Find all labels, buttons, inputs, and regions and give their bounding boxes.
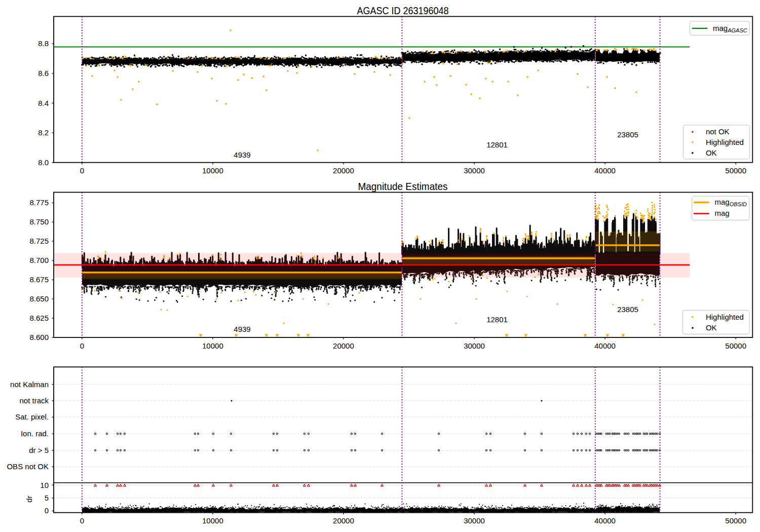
svg-text:OBS not OK: OBS not OK [7, 462, 49, 471]
svg-text:30000: 30000 [464, 341, 485, 350]
svg-text:Highlighted: Highlighted [706, 138, 744, 146]
svg-text:12801: 12801 [486, 315, 508, 324]
svg-text:23805: 23805 [617, 305, 638, 314]
svg-text:0: 0 [80, 341, 84, 350]
svg-text:8.2: 8.2 [38, 128, 49, 137]
svg-text:not OK: not OK [706, 127, 730, 136]
svg-text:OK: OK [706, 148, 717, 157]
svg-text:30000: 30000 [464, 166, 485, 175]
svg-text:not track: not track [19, 396, 49, 405]
svg-text:20000: 20000 [333, 341, 354, 350]
svg-text:8.725: 8.725 [29, 237, 49, 245]
svg-text:40000: 40000 [594, 516, 616, 525]
svg-text:0: 0 [80, 516, 84, 525]
svg-text:Ion. rad.: Ion. rad. [21, 429, 49, 438]
svg-text:50000: 50000 [725, 516, 746, 525]
svg-text:5: 5 [45, 493, 49, 502]
svg-text:Magnitude Estimates: Magnitude Estimates [358, 180, 448, 192]
svg-text:10000: 10000 [202, 341, 223, 350]
svg-text:not Kalman: not Kalman [10, 380, 49, 389]
svg-text:8.700: 8.700 [29, 256, 49, 264]
svg-text:Sat. pixel.: Sat. pixel. [15, 412, 49, 421]
svg-text:8.0: 8.0 [38, 158, 49, 167]
svg-text:10: 10 [40, 481, 49, 489]
svg-text:20000: 20000 [333, 166, 354, 175]
svg-text:8.6: 8.6 [38, 69, 49, 78]
svg-text:8.675: 8.675 [29, 275, 49, 284]
svg-text:0: 0 [80, 166, 84, 175]
svg-text:8.8: 8.8 [38, 39, 49, 48]
svg-text:12801: 12801 [486, 140, 508, 149]
svg-text:50000: 50000 [725, 341, 746, 350]
svg-text:mag: mag [715, 209, 730, 217]
svg-text:20000: 20000 [333, 516, 354, 525]
svg-text:AGASC ID 263196048: AGASC ID 263196048 [357, 5, 449, 16]
svg-text:8.625: 8.625 [29, 314, 49, 322]
svg-text:10000: 10000 [202, 516, 223, 525]
svg-text:30000: 30000 [464, 516, 485, 525]
svg-text:8.4: 8.4 [38, 99, 49, 107]
svg-text:8.650: 8.650 [29, 294, 49, 303]
svg-text:40000: 40000 [594, 341, 616, 350]
svg-text:8.600: 8.600 [29, 333, 49, 341]
svg-text:23805: 23805 [617, 130, 638, 139]
svg-text:dr > 5: dr > 5 [29, 446, 49, 454]
svg-text:Highlighted: Highlighted [706, 313, 744, 321]
svg-text:dr: dr [25, 496, 33, 502]
svg-text:8.750: 8.750 [29, 217, 49, 226]
svg-text:10000: 10000 [202, 166, 223, 175]
svg-text:4939: 4939 [234, 150, 250, 159]
svg-text:40000: 40000 [594, 166, 616, 175]
svg-text:8.775: 8.775 [29, 198, 49, 207]
svg-text:4939: 4939 [234, 325, 250, 333]
svg-text:0: 0 [45, 506, 49, 515]
svg-text:OK: OK [706, 323, 717, 332]
svg-text:50000: 50000 [725, 166, 746, 175]
